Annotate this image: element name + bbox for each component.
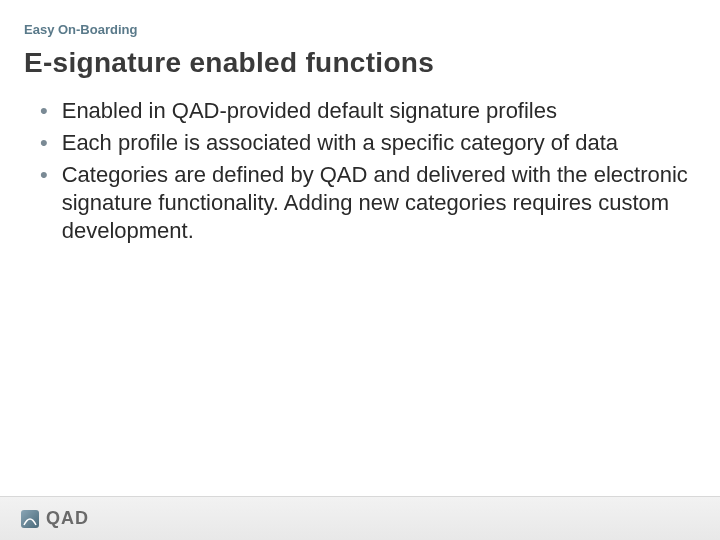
slide-container: Easy On-Boarding E-signature enabled fun…	[0, 0, 720, 540]
logo: QAD	[20, 508, 89, 529]
bullet-text: Each profile is associated with a specif…	[62, 129, 618, 157]
list-item: • Enabled in QAD-provided default signat…	[40, 97, 690, 125]
pretitle: Easy On-Boarding	[24, 22, 690, 37]
bullet-text: Categories are defined by QAD and delive…	[62, 161, 690, 245]
bullet-icon: •	[40, 97, 48, 125]
footer-bar: QAD	[0, 496, 720, 540]
qad-logo-icon	[20, 509, 40, 529]
bullet-icon: •	[40, 161, 48, 189]
slide-title: E-signature enabled functions	[24, 47, 690, 79]
logo-text: QAD	[46, 508, 89, 529]
bullet-icon: •	[40, 129, 48, 157]
bullet-text: Enabled in QAD-provided default signatur…	[62, 97, 557, 125]
bullet-list: • Enabled in QAD-provided default signat…	[24, 97, 690, 245]
list-item: • Each profile is associated with a spec…	[40, 129, 690, 157]
list-item: • Categories are defined by QAD and deli…	[40, 161, 690, 245]
